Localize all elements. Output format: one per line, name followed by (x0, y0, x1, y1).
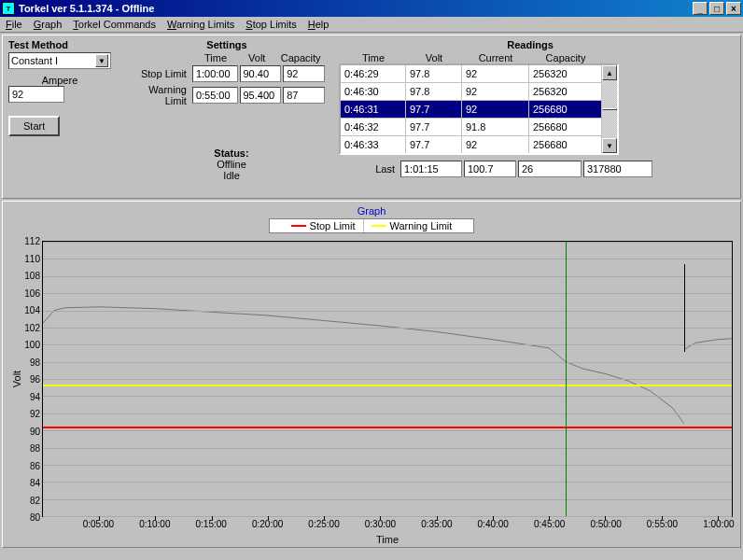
settings-col-capacity: Capacity (276, 52, 325, 63)
last-capacity: 317880 (583, 161, 652, 177)
x-axis: Time 0:05:000:10:000:15:000:20:000:25:00… (42, 517, 733, 543)
gridline (43, 413, 732, 414)
cell-time: 0:46:30 (341, 83, 406, 100)
y-tick: 90 (30, 426, 40, 436)
ref-line-stop-limit (43, 427, 732, 428)
y-tick: 112 (24, 236, 40, 246)
warning-limit-time[interactable]: 0:55:00 (192, 87, 238, 104)
gridline (43, 259, 732, 259)
gridline (43, 328, 732, 329)
readings-col-capacity: Capacity (529, 52, 602, 63)
y-axis: Volt 80828486889092949698100102104106108… (7, 241, 42, 517)
stop-limit-time[interactable]: 1:00:00 (192, 65, 238, 82)
x-tick: 0:10:00 (139, 519, 170, 541)
settings-col-time: Time (194, 52, 237, 63)
close-button[interactable]: × (726, 2, 741, 15)
cell-volt: 97.8 (406, 65, 462, 82)
table-row[interactable]: 0:46:3397.792256680 (341, 136, 602, 153)
cell-capacity: 256680 (529, 101, 602, 118)
gridline (43, 293, 732, 294)
marker-line (684, 264, 685, 352)
menu-warning-limits[interactable]: Warning Limits (167, 19, 234, 30)
minimize-button[interactable]: _ (693, 2, 708, 15)
plot[interactable] (42, 241, 733, 517)
window-title: Torkel ver 5.1.1.374 - Offline (19, 3, 693, 14)
cell-current: 92 (462, 65, 529, 82)
warning-limit-label: Warning Limit (129, 84, 190, 106)
table-row[interactable]: 0:46:3297.791.8256680 (341, 119, 602, 136)
cell-current: 92 (462, 136, 529, 153)
gridline (43, 242, 732, 243)
plot-area: Volt 80828486889092949698100102104106108… (7, 235, 736, 543)
cell-time: 0:46:29 (341, 65, 406, 82)
cell-volt: 97.7 (406, 119, 462, 135)
y-tick: 88 (30, 443, 40, 454)
gridline (43, 379, 732, 380)
x-tick: 0:45:00 (534, 519, 565, 541)
readings-table: 0:46:2997.8922563200:46:3097.8922563200:… (339, 63, 619, 155)
menu-stop-limits[interactable]: Stop Limits (245, 19, 296, 30)
menu-graph[interactable]: Graph (34, 19, 63, 30)
gridline (43, 499, 732, 500)
scroll-down-icon[interactable]: ▼ (602, 138, 617, 153)
readings-title: Readings (339, 39, 722, 50)
test-method-select[interactable]: Constant I ▼ (8, 52, 111, 69)
stop-limit-label: Stop Limit (129, 68, 190, 79)
legend-warn-swatch (372, 225, 386, 227)
gridline (43, 311, 732, 312)
last-time: 1:01:15 (400, 161, 462, 177)
stop-limit-capacity[interactable]: 92 (283, 65, 325, 82)
x-tick: 0:35:00 (421, 519, 452, 541)
gridline (43, 430, 732, 431)
cell-current: 92 (462, 83, 529, 100)
readings-col-current: Current (462, 52, 529, 63)
ampere-input[interactable]: 92 (8, 86, 64, 103)
top-panel: Test Method Constant I ▼ Ampere 92 Start… (2, 35, 741, 199)
settings-title: Settings (129, 39, 325, 50)
stop-limit-volt[interactable]: 90.40 (240, 65, 282, 82)
x-tick: 0:55:00 (647, 519, 678, 541)
gridline (43, 344, 732, 345)
graph-panel: Graph Stop Limit Warning Limit Volt 8082… (2, 201, 741, 548)
legend-stop-limit: Stop Limit (284, 219, 364, 232)
table-row[interactable]: 0:46:3197.792256680 (341, 101, 602, 119)
scroll-track[interactable] (602, 80, 617, 138)
menu-help[interactable]: Help (308, 19, 329, 30)
title-bar: T Torkel ver 5.1.1.374 - Offline _ □ × (0, 0, 743, 17)
cell-time: 0:46:33 (341, 136, 406, 153)
readings-col-volt: Volt (406, 52, 462, 63)
x-tick: 0:30:00 (365, 519, 396, 541)
test-method-title: Test Method (8, 39, 111, 50)
gridline (43, 396, 732, 397)
y-tick: 100 (24, 340, 40, 350)
warning-limit-capacity[interactable]: 87 (283, 87, 325, 104)
warning-limit-volt[interactable]: 95.400 (240, 87, 282, 104)
x-tick: 0:05:00 (83, 519, 114, 541)
readings-group: Readings Time Volt Current Capacity 0:46… (339, 39, 722, 177)
last-current: 26 (518, 161, 582, 177)
y-tick: 94 (30, 391, 40, 401)
scroll-thumb[interactable] (602, 108, 617, 110)
y-tick: 108 (24, 271, 40, 281)
menu-torkel-commands[interactable]: Torkel Commands (73, 19, 156, 30)
maximize-button[interactable]: □ (709, 2, 724, 15)
status-group: Status: Offline Idle (171, 147, 292, 181)
y-tick: 82 (30, 495, 40, 505)
x-tick: 0:40:00 (478, 519, 509, 541)
y-tick: 110 (24, 253, 40, 263)
cell-time: 0:46:31 (341, 101, 406, 118)
table-row[interactable]: 0:46:2997.892256320 (341, 65, 602, 83)
cursor-line[interactable] (566, 242, 567, 516)
menu-file[interactable]: File (6, 19, 22, 30)
cell-capacity: 256680 (529, 119, 602, 135)
start-button[interactable]: Start (8, 116, 60, 136)
y-tick: 92 (30, 409, 40, 419)
readings-scrollbar[interactable]: ▲ ▼ (602, 65, 617, 153)
y-tick: 104 (24, 305, 40, 315)
y-tick: 98 (30, 357, 40, 367)
cell-capacity: 256320 (529, 83, 602, 100)
gridline (43, 482, 732, 483)
scroll-up-icon[interactable]: ▲ (602, 65, 617, 80)
table-row[interactable]: 0:46:3097.892256320 (341, 83, 602, 101)
legend-stop-swatch (291, 225, 306, 227)
